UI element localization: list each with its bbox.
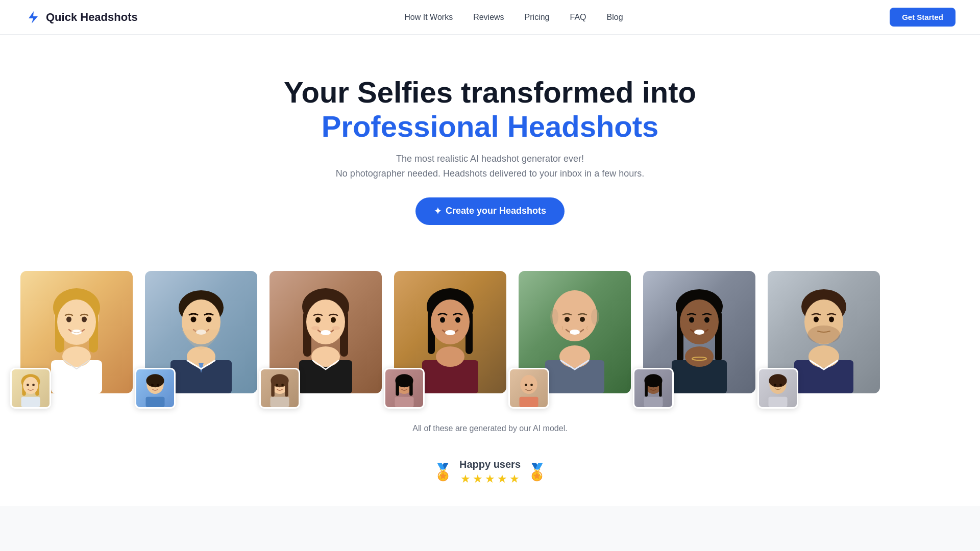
svg-rect-61 — [409, 382, 412, 396]
svg-point-100 — [808, 345, 839, 368]
sparkle-icon: ✦ — [434, 206, 442, 217]
nav-reviews[interactable]: Reviews — [473, 13, 504, 21]
happy-users-label: Happy users — [459, 459, 521, 470]
svg-point-47 — [281, 384, 284, 386]
svg-point-40 — [311, 326, 320, 330]
gallery-item — [145, 271, 257, 393]
svg-point-97 — [814, 316, 819, 322]
small-photo-5 — [508, 368, 549, 409]
svg-point-53 — [440, 317, 445, 322]
gallery-item — [20, 271, 133, 393]
hero-headline-line2: Professional Headshots — [322, 110, 659, 143]
star-5: ★ — [509, 472, 520, 486]
svg-point-62 — [400, 384, 403, 386]
svg-rect-105 — [769, 397, 788, 407]
nav-links: How It Works Reviews Pricing FAQ Blog — [404, 13, 623, 22]
laurel-right-icon: 🏅 — [527, 462, 547, 482]
svg-point-98 — [829, 316, 834, 322]
svg-rect-93 — [644, 397, 663, 407]
small-person-svg-2 — [136, 369, 174, 407]
nav-pricing[interactable]: Pricing — [525, 13, 550, 21]
hero-headline: Your Selfies transformed into Profession… — [24, 76, 955, 143]
svg-point-74 — [525, 384, 527, 386]
svg-point-23 — [191, 316, 197, 322]
star-1: ★ — [460, 472, 471, 486]
svg-point-75 — [530, 384, 533, 386]
svg-point-102 — [769, 374, 787, 387]
logo-text: Quick Headshots — [46, 11, 138, 24]
svg-point-68 — [565, 317, 570, 322]
small-photo-4 — [384, 368, 425, 409]
svg-rect-48 — [271, 397, 289, 407]
svg-point-52 — [431, 299, 470, 344]
svg-point-83 — [694, 330, 704, 335]
star-3: ★ — [485, 472, 495, 486]
svg-point-69 — [580, 317, 585, 322]
svg-rect-44 — [271, 382, 274, 397]
svg-point-46 — [276, 384, 278, 386]
svg-point-92 — [655, 384, 657, 386]
svg-point-80 — [680, 299, 719, 344]
svg-point-72 — [559, 345, 590, 368]
hero-subtext-line2: No photographer needed. Headshots delive… — [24, 166, 955, 181]
hero-section: Your Selfies transformed into Profession… — [0, 35, 980, 245]
svg-rect-64 — [395, 397, 414, 407]
create-headshots-button[interactable]: ✦ Create your Headshots — [415, 197, 565, 225]
svg-point-9 — [62, 346, 91, 367]
svg-point-29 — [157, 384, 159, 386]
svg-rect-90 — [659, 382, 662, 397]
svg-point-104 — [779, 384, 782, 386]
small-photo-1 — [10, 368, 51, 409]
small-person-svg-5 — [510, 369, 548, 407]
hero-headline-line1: Your Selfies transformed into — [284, 76, 696, 109]
svg-point-16 — [27, 384, 29, 386]
star-4: ★ — [497, 472, 507, 486]
svg-point-34 — [306, 299, 345, 344]
gallery-item — [768, 271, 880, 393]
svg-point-35 — [315, 317, 321, 322]
svg-point-103 — [774, 384, 776, 386]
nav-faq[interactable]: FAQ — [570, 13, 586, 21]
svg-point-55 — [445, 330, 455, 335]
svg-point-63 — [406, 384, 408, 386]
svg-rect-18 — [21, 397, 40, 407]
svg-point-81 — [689, 317, 694, 322]
small-photo-7 — [757, 368, 798, 409]
svg-point-15 — [23, 377, 38, 394]
small-photo-3 — [259, 368, 300, 409]
navbar: Quick Headshots How It Works Reviews Pri… — [0, 0, 980, 35]
svg-point-82 — [704, 317, 709, 322]
small-photo-6 — [633, 368, 674, 409]
svg-point-96 — [807, 325, 840, 344]
svg-point-28 — [151, 384, 154, 386]
create-headshots-label: Create your Headshots — [446, 206, 546, 216]
svg-point-39 — [311, 346, 340, 367]
stars-row: ★ ★ ★ ★ ★ — [459, 472, 521, 486]
svg-rect-89 — [645, 382, 648, 397]
logo-link[interactable]: Quick Headshots — [24, 9, 138, 26]
happy-users-content: Happy users ★ ★ ★ ★ ★ — [459, 459, 521, 486]
small-person-svg-3 — [261, 369, 299, 407]
svg-point-54 — [455, 317, 460, 322]
get-started-button[interactable]: Get Started — [890, 8, 955, 27]
nav-blog[interactable]: Blog — [607, 13, 623, 21]
svg-point-24 — [206, 316, 212, 322]
small-person-svg-7 — [759, 369, 797, 407]
svg-point-41 — [332, 326, 340, 330]
svg-point-17 — [32, 384, 35, 386]
small-photo-2 — [135, 368, 176, 409]
svg-point-73 — [520, 375, 537, 394]
svg-point-36 — [331, 317, 336, 322]
nav-how-it-works[interactable]: How It Works — [404, 13, 453, 21]
svg-rect-45 — [285, 382, 288, 397]
svg-point-70 — [570, 330, 580, 335]
small-person-svg-6 — [634, 369, 672, 407]
svg-point-7 — [82, 316, 87, 322]
small-person-svg-1 — [12, 369, 50, 407]
star-2: ★ — [473, 472, 483, 486]
svg-rect-76 — [520, 397, 538, 407]
svg-rect-60 — [396, 382, 399, 396]
svg-point-5 — [57, 299, 96, 344]
gallery-item — [643, 271, 755, 393]
svg-point-6 — [66, 316, 71, 322]
